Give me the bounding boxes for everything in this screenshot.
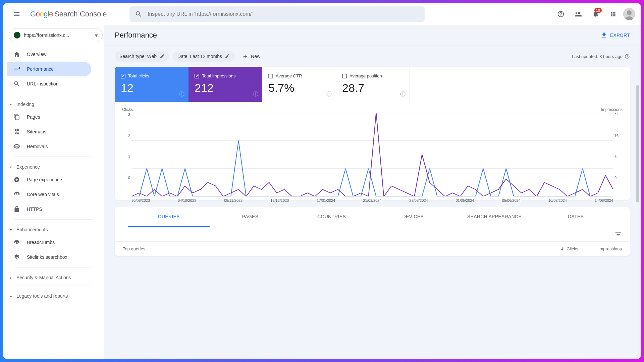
main-content: Performance EXPORT Search type: Web Date… [104,25,641,359]
nav-label: Pages [27,114,40,120]
nav-label: Overview [27,52,46,57]
property-url: https://formissionx.c... [24,33,92,38]
sidebar-item-removals[interactable]: Removals [7,139,91,154]
metric-total-impressions[interactable]: Total impressions 212 ⓘ [189,67,262,102]
sidebar-item-breadcrumbs[interactable]: Breadcrumbs [7,235,91,250]
metric-value: 5.7% [268,81,330,95]
nav-label: Sitemaps [27,129,46,134]
scrollbar[interactable] [636,85,640,202]
sidebar-section-experience[interactable]: Experience [7,160,100,172]
nav-label: Sitelinks searchbox [27,254,67,260]
nav-label: Removals [27,144,48,149]
sidebar-section-legacy[interactable]: Legacy tools and reports [7,289,100,301]
nav-label: HTTPS [27,206,42,212]
checkbox-icon [121,74,125,78]
metric-value: 12 [121,81,182,95]
lock-icon [13,206,21,213]
svg-text:?: ? [627,55,628,58]
sidebar-item-url-inspection[interactable]: URL inspection [7,76,91,91]
menu-button[interactable] [9,6,25,22]
metric-average-ctr[interactable]: Average CTR 5.7% ⓘ [262,67,336,102]
sidebar-item-pages[interactable]: Pages [7,110,91,124]
notifications-icon[interactable]: 10 [588,7,603,21]
tab-pages[interactable]: PAGES [210,207,291,227]
nav-label: Performance [27,66,54,72]
sidebar-item-page-experience[interactable]: Page experience [7,172,91,187]
nav-label: Breadcrumbs [27,240,55,245]
nav-label: Core web vitals [27,192,59,197]
performance-chart[interactable]: 3210 241680 30/08/202304/10/202308/11/20… [131,113,613,196]
home-icon [13,51,21,58]
pages-icon [13,114,21,120]
metric-average-position[interactable]: Average position 28.7 ⓘ [336,67,410,102]
edit-icon [159,54,165,59]
right-axis-label: Impressions [601,107,623,112]
left-axis-label: Clicks [122,107,133,112]
tab-queries[interactable]: QUERIES [128,207,210,227]
metric-total-clicks[interactable]: Total clicks 12 ⓘ [115,67,189,102]
sidebar-section-enhancements[interactable]: Enhancements [7,222,100,235]
sidebar-section-security[interactable]: Security & Manual Actions [7,270,100,283]
search-icon [135,10,142,18]
sort-down-icon [560,247,565,251]
removals-icon [13,143,21,150]
tab-dates[interactable]: DATES [535,207,616,227]
help-icon[interactable] [553,7,568,21]
sidebar-section-indexing[interactable]: Indexing [7,97,100,110]
tab-countries[interactable]: COUNTRIES [291,207,372,227]
metric-value: 28.7 [342,81,404,95]
avatar[interactable] [623,8,635,20]
help-icon[interactable]: ⓘ [326,91,332,98]
gauge-icon [13,191,21,198]
sidebar-item-overview[interactable]: Overview [7,47,91,62]
help-icon[interactable]: ⓘ [253,91,258,98]
search-icon [13,80,21,87]
sitemap-icon [13,128,21,135]
circle-plus-icon [13,176,21,183]
help-icon[interactable]: ⓘ [179,91,184,98]
page-title: Performance [115,31,157,40]
tab-devices[interactable]: DEVICES [372,207,454,227]
plus-icon [242,53,248,59]
notification-badge: 10 [594,8,602,13]
column-clicks[interactable]: Clicks [535,246,578,251]
add-filter-button[interactable]: New [238,51,264,62]
checkbox-icon [342,74,347,78]
column-impressions[interactable]: Impressions [578,246,622,251]
export-button[interactable]: EXPORT [601,32,630,39]
sidebar-item-sitemaps[interactable]: Sitemaps [7,124,91,139]
product-name: Search Console [54,10,107,18]
checkbox-icon [268,74,273,78]
url-input[interactable] [148,11,419,17]
nav-label: URL inspection [27,81,58,86]
help-icon[interactable]: ⓘ [400,91,406,98]
property-selector[interactable]: https://formissionx.c... ▾ [9,28,103,42]
column-top-queries[interactable]: Top queries [123,246,535,251]
apps-icon[interactable] [606,7,621,21]
filter-search-type[interactable]: Search type: Web [115,51,169,62]
chevron-down-icon: ▾ [95,32,98,39]
layers-icon [13,239,21,246]
url-inspect-search[interactable] [129,6,425,22]
users-icon[interactable] [571,7,586,21]
checkbox-icon [195,74,199,78]
sidebar-item-sitelinks-searchbox[interactable]: Sitelinks searchbox [7,250,91,264]
svg-point-1 [627,10,632,15]
sidebar-item-core-web-vitals[interactable]: Core web vitals [7,187,91,202]
site-favicon [14,32,20,39]
sidebar-item-https[interactable]: HTTPS [7,202,91,217]
trend-icon [13,66,21,72]
filter-date[interactable]: Date: Last 12 months [173,51,235,62]
last-updated: Last updated: 3 hours ago [572,54,623,59]
nav-label: Page experience [27,177,62,182]
logo: Google Search Console [30,10,124,18]
layers-icon [13,254,21,260]
edit-icon [225,54,230,59]
tab-search-appearance[interactable]: SEARCH APPEARANCE [454,207,535,227]
sidebar-item-performance[interactable]: Performance [7,62,91,76]
filter-list-icon[interactable] [614,231,622,238]
sidebar: https://formissionx.c... ▾ Overview Perf… [3,25,104,359]
download-icon [601,32,607,39]
metric-value: 212 [195,81,256,95]
help-icon[interactable]: ? [625,54,630,59]
